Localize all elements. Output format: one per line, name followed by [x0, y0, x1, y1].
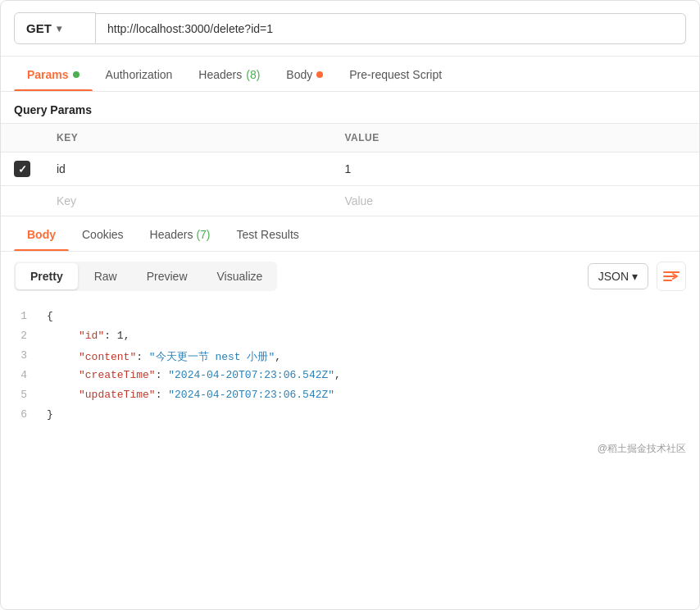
code-line-5: 5 "updateTime": "2024-04-20T07:23:06.542…: [1, 388, 699, 407]
query-params-title: Query Params: [1, 92, 699, 123]
url-input[interactable]: [96, 13, 686, 44]
empty-row-value-cell[interactable]: Value: [331, 186, 699, 216]
watermark: @稻土掘金技术社区: [1, 435, 699, 462]
format-btn-preview[interactable]: Preview: [132, 262, 202, 291]
body-tab-cookies[interactable]: Cookies: [69, 216, 137, 251]
tab-headers[interactable]: Headers (8): [185, 57, 273, 91]
code-line-2: 2 "id": 1,: [1, 329, 699, 348]
method-label: GET: [26, 21, 52, 35]
code-content-6: }: [40, 408, 699, 421]
line-num-3: 3: [1, 349, 40, 362]
code-content-4: "createTime": "2024-04-20T07:23:06.542Z"…: [40, 369, 699, 381]
table-row: ✓ id 1: [1, 152, 699, 186]
params-table: KEY VALUE ✓ id 1 Key: [1, 123, 699, 216]
body-tab-body-label: Body: [27, 228, 56, 241]
code-content-1: {: [40, 310, 699, 322]
empty-value-placeholder: Value: [344, 194, 373, 207]
tab-authorization-label: Authorization: [106, 68, 173, 81]
format-btn-pretty[interactable]: Pretty: [16, 263, 78, 289]
code-content-5: "updateTime": "2024-04-20T07:23:06.542Z": [40, 389, 699, 401]
col-checkbox: [1, 124, 43, 152]
code-line-3: 3 "content": "今天更一节 nest 小册",: [1, 348, 699, 368]
code-area: 1 { 2 "id": 1, 3 "content": "今天更一节 nest …: [1, 301, 699, 435]
row-checkbox-cell[interactable]: ✓: [1, 152, 43, 186]
format-btn-raw[interactable]: Raw: [80, 262, 132, 291]
row-value-value: 1: [344, 162, 351, 175]
body-tabs-section: Body Cookies Headers (7) Test Results: [1, 216, 699, 252]
row-key-cell[interactable]: id: [43, 152, 331, 186]
tab-headers-label: Headers: [198, 68, 242, 81]
tab-body[interactable]: Body: [273, 57, 336, 91]
json-chevron: ▾: [632, 270, 638, 283]
row-key-value: id: [57, 162, 66, 175]
body-tab-test-results-label: Test Results: [237, 228, 299, 241]
code-content-2: "id": 1,: [40, 330, 699, 342]
tab-authorization[interactable]: Authorization: [93, 57, 186, 91]
line-num-2: 2: [1, 330, 40, 342]
top-tabs-section: Params Authorization Headers (8) Body Pr…: [1, 57, 699, 92]
json-dropdown[interactable]: JSON ▾: [588, 263, 648, 289]
body-tab-headers-label: Headers: [150, 228, 197, 241]
headers-badge: (8): [246, 68, 260, 81]
line-num-6: 6: [1, 408, 40, 421]
main-container: GET ▾ Params Authorization Headers (8) B…: [0, 0, 700, 610]
tab-body-label: Body: [286, 68, 312, 81]
table-header-row: KEY VALUE: [1, 124, 699, 152]
code-content-3: "content": "今天更一节 nest 小册",: [40, 349, 699, 364]
wrap-icon: [663, 270, 680, 283]
row-checkbox[interactable]: ✓: [14, 161, 30, 177]
code-line-4: 4 "createTime": "2024-04-20T07:23:06.542…: [1, 368, 699, 388]
empty-row-key-cell[interactable]: Key: [43, 186, 331, 216]
empty-row-checkbox-cell: [1, 186, 43, 216]
col-key: KEY: [43, 124, 331, 152]
body-dot: [316, 71, 323, 78]
wrap-button[interactable]: [657, 262, 686, 291]
body-tabs: Body Cookies Headers (7) Test Results: [14, 216, 686, 251]
format-btn-visualize[interactable]: Visualize: [202, 262, 278, 291]
line-num-4: 4: [1, 369, 40, 381]
line-num-1: 1: [1, 310, 40, 322]
body-tab-test-results[interactable]: Test Results: [224, 216, 312, 251]
empty-table-row: Key Value: [1, 186, 699, 216]
tab-pre-request-label: Pre-request Script: [349, 68, 442, 81]
body-tab-headers[interactable]: Headers (7): [137, 216, 224, 251]
method-select[interactable]: GET ▾: [14, 12, 96, 44]
tab-pre-request[interactable]: Pre-request Script: [336, 57, 455, 91]
format-toolbar: Pretty Raw Preview Visualize JSON ▾: [1, 252, 699, 301]
col-value: VALUE: [331, 124, 699, 152]
row-value-cell[interactable]: 1: [331, 152, 699, 186]
empty-key-placeholder: Key: [57, 194, 76, 207]
url-bar: GET ▾: [1, 1, 699, 57]
top-tabs: Params Authorization Headers (8) Body Pr…: [14, 57, 686, 91]
body-tab-body[interactable]: Body: [14, 216, 69, 251]
line-num-5: 5: [1, 389, 40, 401]
method-chevron: ▾: [57, 23, 61, 34]
tab-params[interactable]: Params: [14, 57, 93, 91]
body-tab-cookies-label: Cookies: [82, 228, 124, 241]
code-line-6: 6 }: [1, 407, 699, 427]
format-btn-group: Pretty Raw Preview Visualize: [14, 262, 277, 291]
body-headers-badge: (7): [196, 228, 210, 241]
tab-params-label: Params: [27, 68, 69, 81]
json-label: JSON: [598, 270, 629, 283]
code-line-1: 1 {: [1, 309, 699, 329]
params-dot: [73, 71, 80, 78]
